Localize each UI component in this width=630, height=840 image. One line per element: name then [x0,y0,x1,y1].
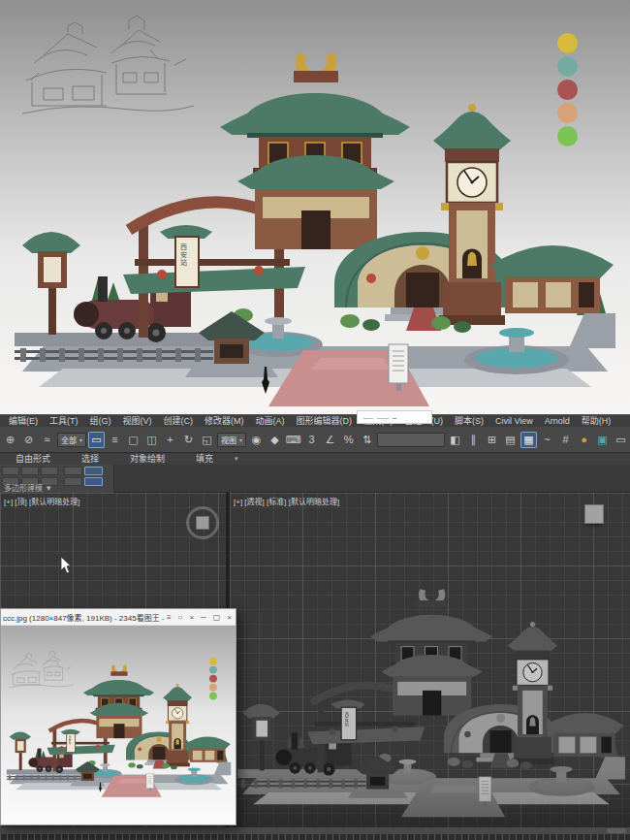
main-toolbar: ⊕⊘≈ 全部▾ ▭≡▢◫+↻◱ 视图▾ ◉◆⌨3∠%⇅ ◧∥⊞▤▦~#●▣▭◕ … [0,427,630,453]
palette-swatch-2 [209,675,217,683]
ribbon-tab-3[interactable]: 填充 [180,453,229,465]
ribbon-button-active[interactable] [84,467,103,475]
station-concept-art [15,24,615,412]
select-object-icon[interactable]: ▭ [88,432,105,448]
reference-artwork [0,0,630,414]
align-icon[interactable]: ∥ [465,432,482,448]
coord-system-dropdown[interactable]: 视图▾ [217,433,246,447]
minimize-button[interactable]: ─ [201,609,206,626]
time-slider[interactable] [0,827,630,834]
viewcube[interactable] [584,504,604,524]
subobject-buttons-group [64,467,103,486]
palette-swatch-0 [209,658,217,665]
ribbon-body: 多边形建模 ▼ [0,465,630,493]
viewer-pin-icon[interactable]: × [189,609,194,626]
track-bar[interactable] [0,834,630,840]
ribbon-tab-0[interactable]: 自由形式 [0,453,66,465]
selection-filter-dropdown[interactable]: 全部▾ [57,433,86,447]
rect-selection-region-icon[interactable]: ▢ [125,432,142,448]
palette-swatch-0 [557,33,578,53]
viewer-image [1,645,236,800]
menu-item-12[interactable]: Arnold [539,415,576,428]
viewer-controls: ≡○×─▢× [167,609,236,626]
use-pivot-center-icon[interactable]: ◉ [248,432,265,448]
viewport-label[interactable]: [+] [透视] [标准] [默认明暗处理] [234,496,339,506]
menu-item-6[interactable]: 动画(A) [250,415,291,428]
ribbon-button[interactable] [2,467,19,475]
layer-explorer-icon[interactable]: ▤ [502,432,519,448]
rotate-icon[interactable]: ↻ [180,432,197,448]
move-icon[interactable]: + [162,432,178,448]
palette-swatch-4 [209,693,217,700]
bind-to-spacewarp-icon[interactable]: ≈ [39,432,55,448]
maximize-button[interactable]: ▢ [213,609,221,626]
menu-item-10[interactable]: 脚本(S) [449,415,489,428]
mouse-cursor-icon [60,557,72,574]
viewer-fullscreen-icon[interactable]: ○ [178,609,183,626]
keyboard-override-icon[interactable]: ⌨ [285,432,301,448]
ribbon-toggle-icon[interactable]: ▦ [520,432,537,448]
color-palette [209,658,217,700]
scale-icon[interactable]: ◱ [199,432,215,448]
chevron-down-icon: ▾ [239,436,242,443]
ribbon-tab-2[interactable]: 对象绘制 [114,453,180,465]
menu-item-5[interactable]: 修改器(M) [199,415,250,428]
palette-swatch-4 [557,126,578,146]
unlink-selection-icon[interactable]: ⊘ [20,432,37,448]
viewer-menu-icon[interactable]: ≡ [167,609,172,626]
color-palette [557,33,578,146]
toolbar-group-select-transform: ▭≡▢◫+↻◱ [88,432,215,448]
viewport-shade [230,769,630,827]
viewer-content [1,626,236,824]
spinner-snap-icon[interactable]: ⇅ [359,432,375,448]
viewport-perspective[interactable]: [+] [透视] [标准] [默认明暗处理] [230,493,630,827]
ribbon-button[interactable] [21,467,39,475]
palette-swatch-2 [557,80,578,100]
menu-item-3[interactable]: 视图(V) [117,415,158,428]
rendered-frame-icon[interactable]: ▭ [613,432,629,448]
toolbar-group-link: ⊕⊘≈ [2,432,55,448]
material-editor-icon[interactable]: ● [576,432,592,448]
ribbon-button[interactable] [64,467,82,475]
toolbar-group-editors: ◧∥⊞▤▦~#●▣▭◕ [447,432,630,448]
ribbon-collapse-icon[interactable]: ▾ [229,455,244,463]
select-and-manipulate-icon[interactable]: ◆ [267,432,283,448]
named-selection-input[interactable] [377,433,445,447]
menu-item-4[interactable]: 创建(C) [158,415,200,428]
tooltip-overlay [357,410,432,424]
window-crossing-icon[interactable]: ◫ [143,432,160,448]
palette-swatch-1 [557,56,578,77]
render-setup-icon[interactable]: ▣ [594,432,611,448]
palette-swatch-1 [209,666,217,674]
modeling-buttons-group [2,467,58,486]
menu-item-0[interactable]: 编辑(E) [3,415,44,428]
angle-snap-icon[interactable]: ∠ [322,432,338,448]
time-slider-handle[interactable] [607,828,626,833]
menu-item-2[interactable]: 组(G) [84,415,117,428]
menu-item-1[interactable]: 工具(T) [44,415,84,428]
viewer-image-area [1,645,236,801]
viewer-titlebar[interactable]: ccc.jpg (1280×847像素, 191KB) - 2345看图王 - … [1,609,236,626]
station-concept-art [7,654,232,799]
select-by-name-icon[interactable]: ≡ [107,432,123,448]
scene-explorer-icon[interactable]: ⊞ [484,432,500,448]
brush-cursor-icon [260,367,271,394]
viewcube[interactable] [186,506,219,539]
brush-cursor-icon [98,782,102,792]
menu-item-7[interactable]: 图形编辑器(D) [291,415,359,428]
toolbar-group-snaps: ◉◆⌨3∠%⇅ [248,432,375,448]
menu-item-13[interactable]: 帮助(H) [576,415,617,428]
mirror-icon[interactable]: ◧ [447,432,463,448]
viewport-label[interactable]: [+] [顶] [默认明暗处理] [4,496,79,506]
snap-toggle-icon[interactable]: 3 [303,432,320,448]
close-button[interactable]: × [227,609,232,626]
curve-editor-icon[interactable]: ~ [539,432,555,448]
schematic-view-icon[interactable]: # [557,432,574,448]
ribbon-tab-1[interactable]: 选择 [66,453,114,465]
menu-item-11[interactable]: Civil View [489,415,539,428]
percent-snap-icon[interactable]: % [340,432,357,448]
ribbon-button[interactable] [41,467,58,475]
select-and-link-icon[interactable]: ⊕ [2,432,18,448]
viewcube-cube[interactable] [196,516,209,530]
ribbon-panel-label[interactable]: 多边形建模 ▼ [0,485,630,493]
